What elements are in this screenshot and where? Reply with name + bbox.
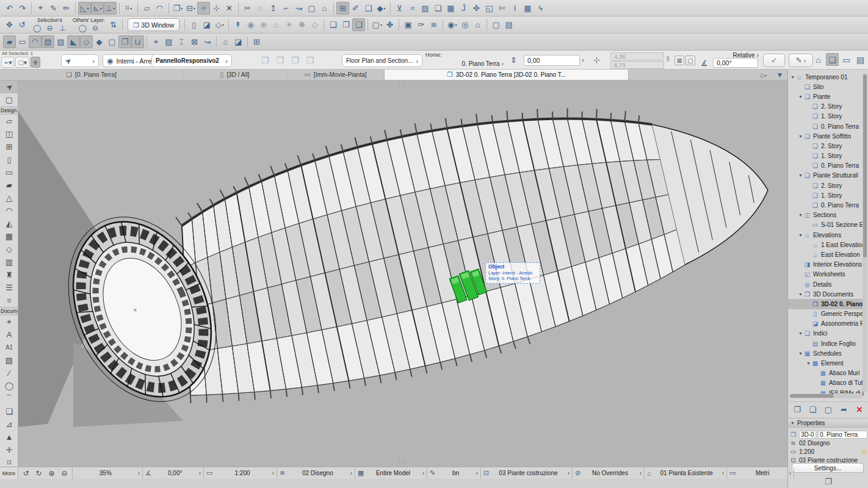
tree-item-s-01-sezione-edif[interactable]: ▭S-01 Sezione Edif xyxy=(788,220,864,230)
render-settings-icon[interactable]: ❋ xyxy=(295,18,308,31)
3d-document-icon[interactable]: ❑ xyxy=(352,18,365,31)
paint-brush-icon[interactable]: ✜ xyxy=(470,2,483,15)
elevate-icon[interactable]: ↥ xyxy=(267,2,280,15)
boxed-x-icon[interactable]: ⊠ xyxy=(188,35,201,48)
fill-tool[interactable]: ▨ xyxy=(0,354,18,367)
project-map-icon[interactable]: ⌂ xyxy=(812,53,825,66)
pen-settings-button[interactable]: ✎ › xyxy=(789,54,813,67)
collapse-tree-icon[interactable]: ▼ xyxy=(773,70,786,80)
status-scale[interactable]: ▭1:200› xyxy=(204,467,277,479)
zoom-in-icon[interactable]: ⊕ xyxy=(46,468,57,478)
3d-window-button[interactable]: ❒ 3D Window xyxy=(128,18,179,31)
dimension-tool[interactable]: ⌖ xyxy=(0,315,18,328)
palette-grip-dots[interactable]: ······ xyxy=(396,459,409,464)
status-structure-filter[interactable]: ▦Entire Model› xyxy=(355,467,427,479)
delete-item-icon[interactable]: ✕ xyxy=(853,403,866,416)
cancel-icon[interactable]: ✕ xyxy=(223,2,236,15)
more-tools-button[interactable]: More xyxy=(0,467,18,479)
profile-stack-icon[interactable]: ❏ xyxy=(432,2,444,15)
elevation-tool[interactable]: ▲ xyxy=(0,431,18,443)
drawing-tool[interactable]: ❏ xyxy=(0,405,18,418)
detail-tool[interactable]: ✛ xyxy=(0,443,18,456)
marquee-preset-icon[interactable]: ▢▾ xyxy=(15,57,29,68)
origin-reference-icon[interactable]: ⊠ xyxy=(675,56,684,65)
tree-item-0-piano-terra[interactable]: ❏0. Piano Terra xyxy=(788,200,864,210)
view-name-field[interactable]: 0. Piano Terra xyxy=(818,431,867,439)
tree-vertical-scrollbar[interactable] xyxy=(863,73,867,393)
view-id-field[interactable]: 3D-0 xyxy=(799,431,816,439)
view-map-icon[interactable]: ❏ xyxy=(826,53,839,66)
wall-tool[interactable]: ▱ xyxy=(0,115,18,127)
shell-tool[interactable]: ◠ xyxy=(0,204,18,217)
pick-up-parameters-icon[interactable]: ⌖ xyxy=(34,2,47,15)
split-icon[interactable]: ✄ xyxy=(496,2,508,15)
grid-snap-icon[interactable]: ⌗▾ xyxy=(122,2,135,15)
undo-icon[interactable]: ↶ xyxy=(3,2,16,15)
camera-tool[interactable]: ⌑ xyxy=(0,456,18,467)
status-graphic-override[interactable]: ⊘No Overrides› xyxy=(573,467,645,479)
perspective-view-icon[interactable]: ▯ xyxy=(187,18,200,31)
tree-item-east-elevation[interactable]: ⌂East Elevation xyxy=(788,249,864,259)
roof-mesh-icon[interactable]: ▦ xyxy=(444,2,457,15)
angle-input[interactable]: 0,00° xyxy=(713,58,758,68)
tree-item-0-piano-terra[interactable]: ❏0. Piano Terra xyxy=(788,121,864,131)
view-settings-combo[interactable]: Floor Plan and Section... › xyxy=(342,54,422,67)
profile-beam-icon[interactable]: I xyxy=(508,2,521,15)
target-snap-icon[interactable]: ⌖ xyxy=(150,35,162,48)
dashed-box-icon[interactable]: ▢ xyxy=(106,35,118,48)
marquee-tool[interactable]: ▢ xyxy=(0,93,18,106)
tree-item-3d-documents[interactable]: ▼❐3D Documents xyxy=(788,289,864,299)
hatch-edit-icon[interactable]: ▨ xyxy=(419,2,432,15)
corner-fill-icon[interactable]: ◣ xyxy=(67,35,80,48)
status-zoom-level[interactable]: 35%› xyxy=(73,467,143,479)
chain-link-icon[interactable]: § xyxy=(666,55,670,62)
roof-tool[interactable]: △ xyxy=(0,192,18,204)
window-tool[interactable]: ⊞ xyxy=(0,140,18,153)
snap-points-icon[interactable]: ⊥▾ xyxy=(104,2,117,15)
look-around-icon[interactable]: ◉ xyxy=(244,18,257,31)
status-renovation-filter[interactable]: ⌂01 Pianta Esistente› xyxy=(645,467,727,479)
tab-3d-all[interactable]: ▯[3D / All] xyxy=(183,70,287,80)
redo-icon[interactable]: ↷ xyxy=(16,2,29,15)
tree-item-assonometria-fronta[interactable]: ◪Assonometria Fronta xyxy=(788,319,864,329)
voltage-icon[interactable]: ϟ xyxy=(534,2,547,15)
gravity-icon[interactable]: ◠ xyxy=(153,2,166,15)
trace-reference-icon[interactable]: ❐▾ xyxy=(172,2,184,15)
expand-arrow-icon[interactable]: ▼ xyxy=(806,361,811,365)
tab-piano-terra[interactable]: ❏[0. Piano Terra] xyxy=(0,70,183,80)
axonometry-view-icon[interactable]: ◪ xyxy=(200,18,213,31)
expand-arrow-icon[interactable]: ▼ xyxy=(790,75,795,79)
library-load-icon[interactable]: ❑ xyxy=(362,2,375,15)
tree-item-1-story[interactable]: ❏1. Story xyxy=(788,112,864,121)
curve-tool-icon[interactable]: ↝ xyxy=(201,35,214,48)
object-tool[interactable]: ♜ xyxy=(0,268,18,281)
palette-grip-dots[interactable]: ······ xyxy=(396,83,409,88)
arrow-preset-icon[interactable]: ➢▾ xyxy=(1,57,14,68)
fillet-icon[interactable]: ↝ xyxy=(292,2,305,15)
tree-item-abaco-di-tutte-l[interactable]: ▦Abaco di Tutte l xyxy=(788,378,864,388)
tree-item-1-east-elevation[interactable]: ⌂1 East Elevation xyxy=(788,240,864,249)
camera-icon[interactable]: ◉▾ xyxy=(446,18,458,31)
expand-arrow-icon[interactable]: ▼ xyxy=(798,233,803,237)
schedule-grid-icon[interactable]: ▦ xyxy=(521,2,534,15)
favorite-combo[interactable]: PannelloResponsivo2 › xyxy=(151,54,232,67)
anchor-mode-icon[interactable]: ✜ xyxy=(31,57,40,68)
tree-item-sections[interactable]: ▼◫Sections xyxy=(788,210,864,220)
status-pen-set[interactable]: ✎bn› xyxy=(427,467,481,479)
tree-item-2-story[interactable]: ❏2. Story xyxy=(788,102,864,112)
skewed-grid-icon[interactable]: ▱ xyxy=(140,2,153,15)
scrollbar-thumb[interactable] xyxy=(863,74,867,257)
wall-join-icon[interactable]: ⊻ xyxy=(393,2,406,15)
layer-oval-icon[interactable]: ◯ xyxy=(76,23,89,33)
settings-button[interactable]: Settings... xyxy=(792,463,864,473)
diag-hatch-icon[interactable]: ▨ xyxy=(54,35,67,48)
home-story-icon[interactable]: ⌂ xyxy=(471,18,484,31)
diamond-open-icon[interactable]: ◇ xyxy=(80,35,93,48)
tree-item-1-story[interactable]: ❏1. Story xyxy=(788,190,864,200)
tree-item-interior-elevations[interactable]: ◨Interior Elevations xyxy=(788,260,864,270)
bracket-icon[interactable]: ⊔ xyxy=(131,35,144,48)
pan-icon[interactable]: ✥ xyxy=(3,18,16,31)
tree-item-0-piano-terra[interactable]: ❏0. Piano Terra xyxy=(788,161,864,171)
new-document-icon[interactable]: ❏ xyxy=(327,18,339,31)
beam-tool[interactable]: ▭ xyxy=(0,166,18,179)
